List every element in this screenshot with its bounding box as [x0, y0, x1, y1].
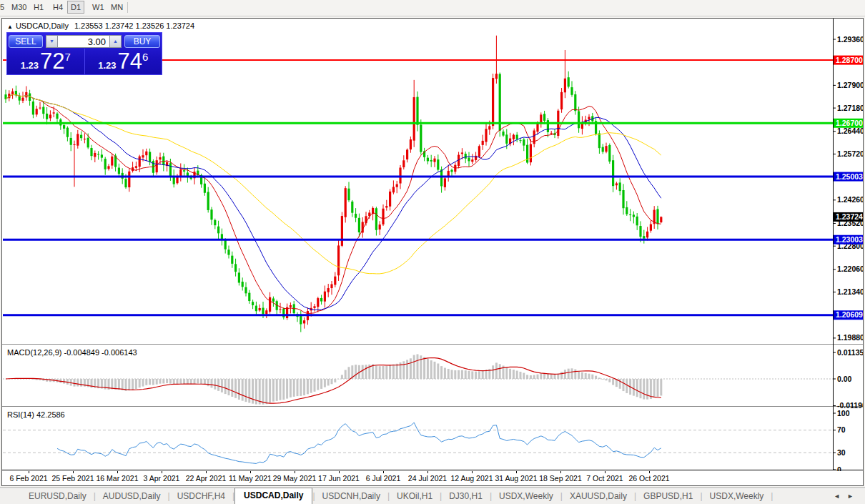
date-tick-mark [117, 471, 118, 473]
date-tick-label: 29 May 2021 [273, 474, 317, 483]
timeframe-button-w1[interactable]: W1 [89, 1, 107, 13]
svg-text:1.25003: 1.25003 [836, 172, 863, 181]
rsi-value: 42.2586 [36, 410, 65, 419]
axis-badge-1.20609: 1.20609 [834, 310, 863, 320]
macd-label: MACD(12,26,9) -0.004849 -0.006143 [7, 348, 137, 357]
date-tick-mark [250, 471, 251, 473]
svg-text:0: 0 [837, 465, 841, 472]
svg-text:1.26700: 1.26700 [836, 119, 863, 127]
chart-ohlc-readout: 1.23553 1.23742 1.23526 1.23724 [74, 21, 194, 30]
date-tick-mark [73, 471, 74, 473]
axis-badge-1.26700: 1.26700 [834, 119, 863, 128]
date-tick-mark [339, 471, 340, 473]
chart-tab-usdx-weekly[interactable]: USDX,Weekly [492, 489, 560, 504]
date-tick-label: 7 Oct 2021 [586, 474, 623, 483]
svg-text:1.26440: 1.26440 [837, 127, 863, 135]
volume-decrease-icon[interactable]: ▼ [46, 35, 58, 48]
date-tick-mark [206, 471, 207, 473]
macd-signal-line [6, 358, 661, 404]
tab-scroll-left-icon[interactable]: ◄ [834, 493, 847, 500]
timeframe-button-mn[interactable]: MN [108, 1, 126, 13]
chart-tab-dj30-h1[interactable]: DJ30,H1 [442, 489, 490, 504]
chart-tab-eurusd-daily[interactable]: EURUSD,Daily [21, 489, 94, 504]
one-click-trade-panel: SELL ▼ 3.00 ▲ BUY 1.23 72 7 1.23 74 6 [6, 32, 162, 75]
chart-window: 1.293601.279001.271801.264401.257201.242… [1, 18, 864, 486]
chart-tab-ukoil-h1[interactable]: UKOil,H1 [390, 489, 440, 504]
chart-tab-xauusd-daily[interactable]: XAUUSD,Daily [563, 489, 634, 504]
sell-price-sup: 7 [64, 51, 70, 63]
date-tick-mark [560, 471, 561, 473]
rsi-label: RSI(14) 42.2586 [7, 410, 65, 419]
svg-text:1.24260: 1.24260 [837, 195, 863, 204]
date-tick-label: 6 Feb 2021 [9, 474, 47, 483]
svg-text:100: 100 [837, 409, 850, 417]
chart-tab-usdchf-h4[interactable]: USDCHF,H4 [170, 489, 232, 504]
chart-tab-gbpusd-h1[interactable]: GBPUSD,H1 [636, 489, 700, 504]
svg-text:70: 70 [837, 425, 846, 434]
date-tick-mark [649, 471, 650, 473]
date-tick-mark [516, 471, 517, 473]
sell-button[interactable]: SELL [9, 35, 43, 48]
axis-badge-1.25003: 1.25003 [834, 172, 863, 182]
date-tick-label: 12 Aug 2021 [451, 474, 493, 483]
date-axis: 6 Feb 202125 Feb 202116 Mar 20213 Apr 20… [2, 471, 863, 485]
svg-text:1.23724: 1.23724 [836, 212, 863, 221]
timeframe-button-5[interactable]: 5 [0, 1, 7, 13]
chart-symbol-label: USDCAD,Daily [16, 21, 69, 30]
timeframe-toolbar: 5M30H1H4D1W1MN [0, 0, 865, 16]
volume-field[interactable]: 3.00 [58, 35, 109, 48]
svg-text:1.22060: 1.22060 [837, 265, 863, 273]
ma-20-line [6, 94, 661, 310]
axis-badge-1.23003: 1.23003 [834, 235, 863, 244]
chart-tab-usdcnh-daily[interactable]: USDCNH,Daily [315, 489, 387, 504]
tab-separator: | [771, 491, 773, 504]
price-axis: 1.293601.279001.271801.264401.257201.242… [833, 35, 863, 472]
date-tick-mark [605, 471, 606, 473]
date-tick-label: 17 Jun 2021 [318, 474, 360, 483]
chart-tab-usdcad-daily[interactable]: USDCAD,Daily [234, 488, 312, 504]
tab-scroll-right-icon[interactable]: ► [847, 493, 861, 500]
date-tick-label: 22 Apr 2021 [186, 474, 227, 483]
buy-price-big: 74 [117, 49, 142, 73]
chart-tab-usdx-weekly-2[interactable]: USDX,Weekly [703, 489, 771, 504]
collapse-arrow-icon[interactable]: ▲ [7, 24, 13, 30]
timeframe-button-m30[interactable]: M30 [9, 1, 29, 13]
timeframe-button-h4[interactable]: H4 [50, 1, 66, 13]
svg-text:1.28700: 1.28700 [836, 56, 863, 64]
date-tick-mark [472, 471, 473, 473]
svg-text:1.27900: 1.27900 [837, 81, 863, 89]
svg-text:0.01135: 0.01135 [837, 348, 863, 357]
chart-tab-bar: ◄► EURUSD,Daily|AUDUSD,Daily|USDCHF,H4|U… [0, 488, 865, 504]
date-tick-label: 18 Sep 2021 [539, 474, 582, 483]
chart-canvas[interactable]: 1.293601.279001.271801.264401.257201.242… [2, 19, 863, 471]
axis-badge-1.23724: 1.23724 [834, 212, 863, 222]
buy-price[interactable]: 1.23 74 6 [85, 49, 162, 74]
macd-pane[interactable] [3, 354, 833, 404]
buy-button[interactable]: BUY [124, 35, 160, 48]
price-pane[interactable] [4, 36, 662, 332]
sell-price[interactable]: 1.23 72 7 [7, 49, 85, 74]
svg-text:1.27180: 1.27180 [837, 104, 863, 112]
timeframe-button-d1[interactable]: D1 [67, 1, 84, 14]
macd-values: -0.004849 -0.006143 [64, 348, 137, 357]
axis-badge-1.28700: 1.28700 [834, 56, 863, 65]
svg-text:30: 30 [837, 448, 846, 457]
timeframe-button-h1[interactable]: H1 [31, 1, 46, 13]
date-tick-label: 3 Apr 2021 [144, 474, 180, 483]
date-tick-mark [29, 471, 29, 473]
svg-text:1.21340: 1.21340 [837, 287, 863, 296]
date-tick-label: 25 Feb 2021 [52, 474, 94, 483]
date-tick-label: 11 May 2021 [229, 474, 272, 483]
volume-stepper: ▼ 3.00 ▲ [46, 35, 122, 48]
date-tick-mark [162, 471, 162, 473]
svg-text:1.20609: 1.20609 [836, 310, 863, 319]
date-tick-mark [427, 471, 428, 473]
svg-text:1.29360: 1.29360 [837, 35, 863, 44]
date-tick-label: 6 Jul 2021 [366, 474, 400, 483]
rsi-pane[interactable] [3, 423, 833, 463]
chart-tab-audusd-daily[interactable]: AUDUSD,Daily [96, 489, 168, 504]
date-tick-label: 16 Mar 2021 [97, 474, 139, 483]
volume-increase-icon[interactable]: ▲ [109, 35, 122, 48]
ma-10-line [6, 94, 661, 313]
svg-text:0.00: 0.00 [837, 375, 852, 383]
